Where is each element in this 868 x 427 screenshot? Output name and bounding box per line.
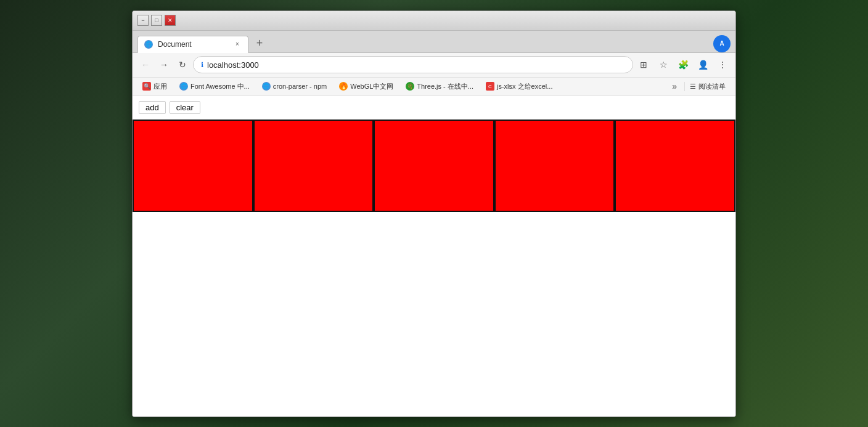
- menu-icon[interactable]: ⋮: [714, 57, 731, 73]
- url-text: localhost:3000: [207, 60, 259, 70]
- fontawesome-favicon-icon: 🌐: [179, 82, 188, 91]
- back-button[interactable]: ←: [137, 57, 154, 73]
- bookmark-webgl-label: WebGL中文网: [350, 82, 393, 91]
- tabs-bar: 🌐 Document × + A: [133, 31, 735, 53]
- threejs-favicon-icon: 🌴: [406, 82, 414, 91]
- red-cell-5: [615, 120, 735, 212]
- bookmark-fontawesome[interactable]: 🌐 Font Awesome 中...: [174, 79, 255, 93]
- address-right-icons: ⊞ ☆ 🧩 👤 ⋮: [636, 57, 731, 73]
- page-content: add clear: [133, 96, 735, 417]
- bookmarks-bar: 🔍 应用 🌐 Font Awesome 中... 🌐 cron-parser -…: [133, 78, 735, 96]
- lock-icon: ℹ: [201, 61, 203, 69]
- title-bar: − □ ✕: [133, 11, 735, 31]
- tab-close-button[interactable]: ×: [233, 40, 242, 49]
- title-bar-left: − □ ✕: [137, 15, 176, 26]
- maximize-button[interactable]: □: [151, 15, 162, 26]
- reading-list-label[interactable]: 阅读清单: [698, 82, 726, 91]
- bookmark-fontawesome-label: Font Awesome 中...: [190, 82, 250, 91]
- add-button[interactable]: add: [139, 101, 166, 114]
- url-bar[interactable]: ℹ localhost:3000: [193, 56, 633, 73]
- profile-icon[interactable]: 👤: [695, 57, 711, 73]
- minimize-button[interactable]: −: [137, 15, 149, 26]
- bookmark-jsxlsx-label: js-xlsx 之给excel...: [497, 82, 552, 91]
- reload-button[interactable]: ↻: [174, 57, 190, 73]
- bookmarks-overflow-button[interactable]: »: [669, 81, 679, 91]
- bookmark-apps-label: 应用: [154, 82, 167, 91]
- new-tab-button[interactable]: +: [251, 35, 268, 52]
- page-toolbar: add clear: [133, 96, 735, 120]
- webgl-favicon-icon: 🔥: [339, 82, 348, 91]
- active-tab[interactable]: 🌐 Document ×: [137, 36, 248, 53]
- address-bar: ← → ↻ ℹ localhost:3000 ⊞ ☆ 🧩 👤 ⋮: [133, 53, 735, 78]
- bookmark-cronparser-label: cron-parser - npm: [273, 83, 327, 90]
- red-cell-3: [374, 120, 494, 212]
- extensions-icon[interactable]: 🧩: [675, 57, 691, 73]
- bookmark-apps[interactable]: 🔍 应用: [137, 79, 172, 93]
- red-cell-2: [253, 120, 374, 212]
- bookmark-webgl[interactable]: 🔥 WebGL中文网: [334, 79, 398, 93]
- clear-button[interactable]: clear: [170, 101, 200, 114]
- bookmark-star-icon[interactable]: ☆: [655, 57, 671, 73]
- jsxlsx-favicon-icon: C: [486, 82, 494, 91]
- bookmark-jsxlsx[interactable]: C js-xlsx 之给excel...: [481, 79, 557, 93]
- bookmark-threejs[interactable]: 🌴 Three.js - 在线中...: [401, 79, 478, 93]
- browser-window: − □ ✕ 🌐 Document × + A ← → ↻ ℹ localhost…: [132, 10, 736, 417]
- reading-list-area: ☰ 阅读清单: [684, 82, 731, 91]
- cronparser-favicon-icon: 🌐: [262, 82, 271, 91]
- red-cell-1: [133, 120, 253, 212]
- translate-icon[interactable]: ⊞: [636, 57, 652, 73]
- close-button[interactable]: ✕: [165, 15, 176, 26]
- apps-favicon-icon: 🔍: [142, 82, 151, 91]
- tab-favicon-icon: 🌐: [144, 40, 153, 49]
- red-cell-4: [494, 120, 615, 212]
- forward-button[interactable]: →: [156, 57, 172, 73]
- bookmark-threejs-label: Three.js - 在线中...: [417, 82, 473, 91]
- reading-list-icon: ☰: [690, 83, 696, 91]
- tab-label: Document: [158, 40, 192, 49]
- bookmark-cronparser[interactable]: 🌐 cron-parser - npm: [257, 79, 332, 93]
- red-grid: [133, 120, 735, 212]
- profile-button[interactable]: A: [713, 35, 731, 52]
